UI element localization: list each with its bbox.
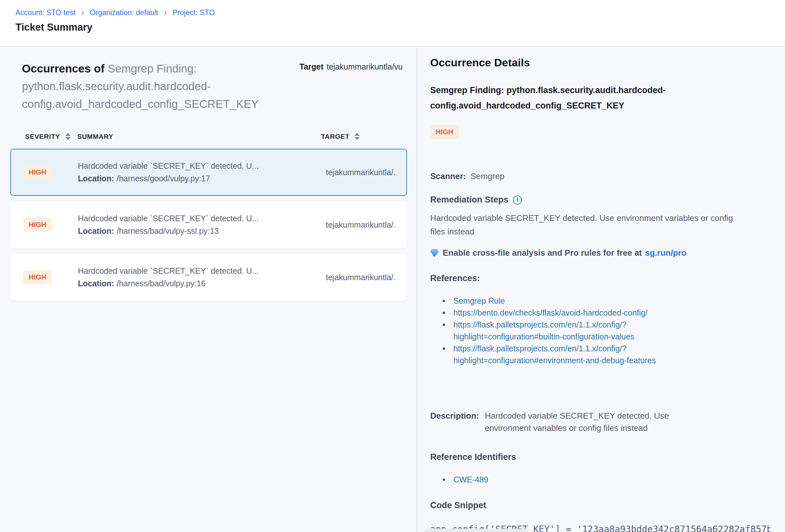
page-header: Account: STO test › Organization: defaul… [0,0,785,47]
location-value: /harness/bad/vulpy.py:16 [117,279,206,288]
row-summary: Hardcoded variable `SECRET_KEY` detected… [78,161,326,171]
row-target: tejakummarikuntla/. [326,273,406,282]
info-icon[interactable]: i [513,196,522,204]
remediation-label: Remediation Steps [430,195,508,205]
remediation-heading: Remediation Steps i [430,195,770,205]
breadcrumb-item-organization[interactable]: Organization: default [90,8,158,17]
gem-icon [430,249,439,257]
severity-cell: HIGH [11,270,78,284]
horizontal-scrollbar[interactable] [424,529,528,532]
occurrences-heading: Occurrences of Semgrep Finding: python.f… [22,59,300,113]
summary-cell: Hardcoded variable `SECRET_KEY` detected… [78,214,326,236]
sort-arrows-icon[interactable] [355,133,360,140]
row-location: Location:/harness/bad/vulpy-ssl.py:13 [78,226,326,236]
severity-badge: HIGH [23,270,52,284]
finding-title: Semgrep Finding: python.flask.security.a… [430,82,755,113]
target-summary: Targettejakummarikuntla/vu [300,59,416,113]
chevron-right-icon: › [80,8,85,17]
promo-link[interactable]: sg.run/pro [645,248,686,258]
location-value: /harness/good/vulpy.py:17 [117,174,210,183]
reference-link[interactable]: https://bento.dev/checks/flask/avoid-har… [453,307,770,319]
reference-line: highlight=configuration#environment-and-… [453,355,770,366]
severity-cell: HIGH [11,165,78,179]
reference-line: Semgrep Rule [453,295,770,307]
row-target: tejakummarikuntla/. [326,168,406,177]
occurrence-row[interactable]: HIGH Hardcoded variable `SECRET_KEY` det… [10,201,407,248]
reference-identifiers-list: CWE-489 [430,474,770,486]
occurrences-table: HIGH Hardcoded variable `SECRET_KEY` det… [10,149,407,301]
reference-line: https://flask.palletsprojects.com/en/1.1… [453,319,770,331]
description-label: Description: [430,410,479,434]
severity-badge: HIGH [430,125,459,139]
occurrences-heading-bold: Occurrences of [22,62,105,75]
reference-link[interactable]: https://flask.palletsprojects.com/en/1.1… [453,319,770,343]
location-label: Location: [78,279,114,288]
breadcrumb-item-project[interactable]: Project: STO [173,8,215,17]
reference-line: https://bento.dev/checks/flask/avoid-har… [453,307,770,319]
summary-cell: Hardcoded variable `SECRET_KEY` detected… [78,266,326,288]
scanner-label: Scanner: [430,171,466,181]
references-list: Semgrep Rule https://bento.dev/checks/fl… [430,295,770,366]
promo-text: Enable cross-file analysis and Pro rules… [443,248,642,258]
location-label: Location: [78,226,114,235]
row-summary: Hardcoded variable `SECRET_KEY` detected… [78,214,326,223]
column-header-severity[interactable]: SEVERITY [10,133,77,141]
location-value: /harness/bad/vulpy-ssl.py:13 [117,226,219,235]
summary-cell: Hardcoded variable `SECRET_KEY` detected… [78,161,326,183]
row-target: tejakummarikuntla/. [326,220,406,230]
description-text: Hardcoded variable SECRET_KEY detected. … [485,410,714,434]
ticket-summary-page: Account: STO test › Organization: defaul… [0,0,785,532]
breadcrumb-item-account[interactable]: Account: STO test [16,8,75,17]
details-panel: Occurrence Details Semgrep Finding: pyth… [417,47,785,532]
occurrence-row[interactable]: HIGH Hardcoded variable `SECRET_KEY` det… [10,149,407,196]
pro-promo: Enable cross-file analysis and Pro rules… [430,248,770,258]
severity-badge: HIGH [23,218,52,232]
remediation-text: Hardcoded variable SECRET_KEY detected. … [430,211,749,238]
occurrence-row[interactable]: HIGH Hardcoded variable `SECRET_KEY` det… [10,254,407,301]
references-heading: References: [430,273,770,283]
reference-link[interactable]: Semgrep Rule [453,295,770,307]
column-label-severity: SEVERITY [25,133,60,141]
column-label-summary: SUMMARY [77,133,113,140]
breadcrumb: Account: STO test › Organization: defaul… [16,8,769,17]
row-location: Location:/harness/bad/vulpy.py:16 [78,279,326,288]
details-heading: Occurrence Details [430,56,770,69]
location-label: Location: [78,174,114,183]
severity-badge: HIGH [23,165,52,179]
severity-cell: HIGH [11,218,78,232]
reference-identifiers-heading: Reference Identifiers [430,452,770,462]
occurrences-panel: Occurrences of Semgrep Finding: python.f… [0,47,417,532]
column-label-target: TARGET [321,133,349,141]
row-summary: Hardcoded variable `SECRET_KEY` detected… [78,266,326,276]
cwe-line: CWE-489 [453,474,770,486]
sort-arrows-icon[interactable] [66,133,71,140]
target-value: tejakummarikuntla/vu [327,62,403,71]
cwe-link[interactable]: CWE-489 [453,474,770,486]
reference-line: highlight=configuration#builtin-configur… [453,331,770,343]
scanner-value: Semgrep [471,171,505,181]
description-row: Description: Hardcoded variable SECRET_K… [430,410,770,434]
chevron-right-icon: › [163,8,168,17]
column-header-summary: SUMMARY [77,133,321,141]
occurrences-table-header: SEVERITY SUMMARY TARGET [10,133,407,141]
page-title: Ticket Summary [16,22,769,33]
code-snippet-heading: Code Snippet [430,501,770,510]
reference-line: https://flask.palletsprojects.com/en/1.1… [453,343,770,355]
reference-link[interactable]: https://flask.palletsprojects.com/en/1.1… [453,343,770,366]
row-location: Location:/harness/good/vulpy.py:17 [78,174,326,183]
column-header-target[interactable]: TARGET [321,133,407,141]
target-label: Target [300,62,324,71]
scanner-row: Scanner:Semgrep [430,171,770,181]
